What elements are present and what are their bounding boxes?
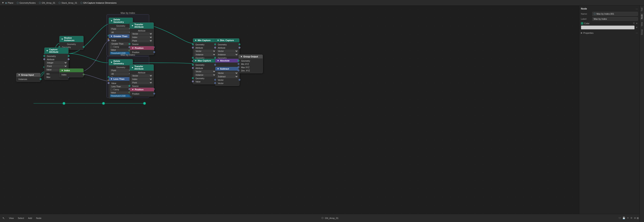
- socket-min-in[interactable]: [238, 63, 239, 65]
- socket-geo-in2[interactable]: [192, 57, 194, 59]
- tab-group[interactable]: Group: [640, 28, 644, 36]
- color-picker-bar[interactable]: [581, 26, 635, 30]
- node-absolute[interactable]: ▼ Absolute: [215, 59, 240, 68]
- breadcrumb-item-geometry[interactable]: ⬡ GeometryNodes: [17, 2, 36, 4]
- point-dropdown[interactable]: Point: [110, 69, 132, 72]
- socket-geo-in[interactable]: [192, 64, 194, 65]
- domain-dropdown[interactable]: Point: [131, 39, 152, 42]
- socket-geo-out[interactable]: [83, 46, 84, 48]
- value-field[interactable]: [110, 49, 132, 51]
- type-dropdown[interactable]: Vector: [131, 32, 152, 35]
- tab-view[interactable]: View: [640, 21, 644, 28]
- display-icon-2[interactable]: ▦: [637, 217, 639, 219]
- color-dropdown-icon[interactable]: ▼: [636, 22, 638, 25]
- breadcrumb-item-capture[interactable]: ⬡ GN Capture Instance Dimensions: [80, 2, 116, 4]
- node-max-capture[interactable]: ▼ Max Capture Geometry Attribute Vector …: [193, 59, 217, 84]
- socket-pos-out[interactable]: [154, 93, 155, 94]
- socket-pos-out[interactable]: [154, 51, 155, 53]
- node-position-2[interactable]: ▼ Position Position: [130, 87, 154, 96]
- breadcrumb-item-plane[interactable]: ◈ Plane: [5, 2, 14, 4]
- tab-tool[interactable]: Tool: [640, 7, 644, 13]
- color-menu-icon[interactable]: ☰: [633, 22, 635, 25]
- color-checkbox[interactable]: [581, 22, 583, 25]
- menu-node[interactable]: Node: [36, 217, 42, 219]
- threshold-bar-lt[interactable]: Threshold 6.500: [110, 94, 132, 97]
- node-group-input[interactable]: ▼ Group Input Instances: [16, 73, 40, 82]
- node-greater-than-header: ▼ Greater Than: [109, 34, 133, 38]
- color-expand-icon[interactable]: ▼: [636, 26, 638, 29]
- center-label: GN_Array_01: [325, 217, 338, 219]
- menu-select[interactable]: Select: [18, 217, 24, 219]
- cursor-icon[interactable]: ↖: [2, 216, 5, 220]
- socket-attr-out[interactable]: [239, 47, 240, 48]
- socket-index-out[interactable]: [83, 74, 84, 75]
- breadcrumb-item-array01[interactable]: ⬡ GN_Array_01: [39, 2, 55, 4]
- breadcrumb-item-stack[interactable]: ⬡ Stack_Array_01: [58, 2, 77, 4]
- socket-attr-in[interactable]: [44, 58, 45, 60]
- type-dropdown[interactable]: Vector: [194, 70, 216, 73]
- socket-val-in[interactable]: [108, 40, 110, 41]
- domain-dropdown[interactable]: Instance: [194, 53, 216, 56]
- socket-source-in[interactable]: [129, 43, 130, 45]
- op-dropdown[interactable]: Greater Than: [110, 42, 132, 45]
- socket-geo-in2[interactable]: [192, 77, 194, 79]
- node-index[interactable]: ▼ Index Index: [59, 68, 84, 77]
- type-dropdown[interactable]: Vector: [216, 72, 238, 75]
- node-greater-than[interactable]: ▼ Greater Than Value Greater Than Clamp: [108, 34, 133, 56]
- node-canvas[interactable]: ▼ Group Input Instances ▼ Bounding Box G…: [0, 6, 579, 214]
- socket-attr-in[interactable]: [192, 67, 194, 69]
- type-dropdown[interactable]: Vector: [194, 50, 216, 53]
- properties-section[interactable]: ▶ Properties —: [581, 32, 638, 34]
- save-icon[interactable]: 💾: [622, 217, 625, 219]
- socket-geo-in2[interactable]: [214, 57, 216, 59]
- panel-close-icon[interactable]: —: [636, 8, 638, 10]
- socket-geo-in[interactable]: [44, 55, 45, 57]
- socket-val-in[interactable]: [108, 82, 110, 84]
- socket-geo-out[interactable]: [239, 44, 240, 45]
- socket-attr-in[interactable]: [192, 47, 194, 48]
- label-value-field[interactable]: Max by Index: [592, 17, 638, 21]
- all-dropdown[interactable]: All: [110, 72, 132, 75]
- op-dropdown[interactable]: Subtract: [216, 75, 238, 78]
- op-dropdown[interactable]: Less Than: [110, 85, 132, 88]
- socket-instances-out[interactable]: [40, 78, 42, 80]
- mapping-dropdown[interactable]: Index: [131, 36, 152, 39]
- node-absolute-header: ▼ Absolute: [215, 59, 239, 62]
- socket-geo-in[interactable]: [214, 44, 216, 45]
- menu-add[interactable]: Add: [28, 217, 32, 219]
- socket-val-in[interactable]: [192, 81, 194, 82]
- close-icon[interactable]: ✕: [627, 217, 629, 219]
- gear-icon[interactable]: ⚙: [630, 217, 632, 219]
- socket-vec2-in[interactable]: [214, 82, 216, 84]
- display-icon-1[interactable]: ⊞: [634, 217, 636, 219]
- socket-dim-in[interactable]: [238, 70, 239, 71]
- name-value-field[interactable]: ⬡ Max by Index.001: [592, 12, 638, 16]
- socket-max-in[interactable]: [238, 66, 239, 68]
- point-dropdown[interactable]: Point: [110, 28, 132, 31]
- socket-vec1-in[interactable]: [214, 79, 216, 81]
- menu-view[interactable]: View: [9, 217, 14, 219]
- all-dropdown[interactable]: All: [110, 31, 132, 34]
- domain-dropdown[interactable]: Point: [131, 81, 152, 84]
- socket-attr-in[interactable]: [214, 47, 216, 48]
- node-subtract[interactable]: ▼ Subtract Vector Subtract Vector Vector: [215, 67, 240, 86]
- bottom-center: ⬡ GN_Array_01: [322, 217, 338, 219]
- socket-vec-in[interactable]: [214, 64, 216, 65]
- socket-source-in[interactable]: [129, 85, 130, 87]
- domain-dropdown[interactable]: Point: [46, 65, 67, 68]
- tab-node[interactable]: Node: [640, 13, 644, 20]
- type-dropdown[interactable]: Vector: [131, 74, 152, 77]
- domain-dropdown[interactable]: Instance: [216, 53, 238, 56]
- node-less-than[interactable]: ▼ Less Than Value Less Than Clamp: [108, 77, 133, 98]
- socket-attr-out[interactable]: [68, 58, 70, 60]
- type-dropdown[interactable]: Integer: [46, 61, 67, 64]
- type-dropdown[interactable]: Vector: [216, 50, 238, 53]
- value-field[interactable]: [110, 91, 132, 94]
- socket-geo-in[interactable]: [238, 60, 239, 61]
- mapping-dropdown[interactable]: Index: [131, 78, 152, 81]
- socket-geo-in[interactable]: [192, 44, 194, 45]
- domain-dropdown[interactable]: Instance: [194, 73, 216, 76]
- socket-geo-out[interactable]: [68, 55, 70, 57]
- node-group-output[interactable]: ▼ Group Output Geometry Min XYZ Max XYZ: [238, 55, 263, 73]
- socket-vec-out[interactable]: [239, 79, 240, 81]
